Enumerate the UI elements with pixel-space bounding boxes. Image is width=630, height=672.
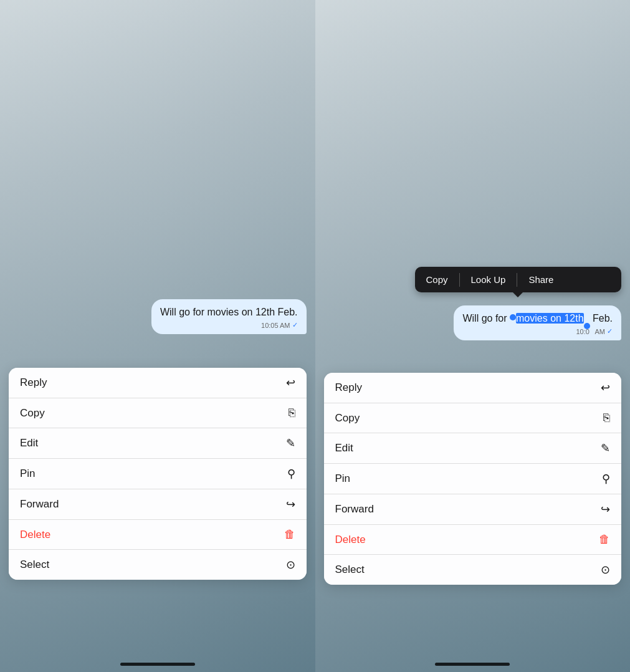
right-message-time: 10:00 AM xyxy=(576,328,606,335)
toolbar-arrow xyxy=(513,292,523,297)
right-copy-icon: ⎘ xyxy=(603,411,610,425)
right-message-meta: 10:00 AM ✓ xyxy=(462,327,613,335)
right-menu-select[interactable]: Select ⊙ xyxy=(324,555,622,585)
toolbar-copy-btn[interactable]: Copy xyxy=(415,271,459,289)
left-reply-label: Reply xyxy=(20,377,47,389)
left-delete-icon: 🗑 xyxy=(284,528,295,541)
left-check-icon: ✓ xyxy=(292,321,298,329)
right-phone-panel: Copy Look Up Share Will go for movies on… xyxy=(315,0,631,672)
right-menu-copy[interactable]: Copy ⎘ xyxy=(324,403,622,433)
left-menu-copy[interactable]: Copy ⎘ xyxy=(9,398,307,428)
right-forward-label: Forward xyxy=(335,503,374,516)
toolbar-lookup-btn[interactable]: Look Up xyxy=(460,271,517,289)
left-reply-icon: ↩ xyxy=(286,376,295,390)
right-pin-label: Pin xyxy=(335,473,351,485)
right-copy-label: Copy xyxy=(335,412,360,425)
right-delete-icon: 🗑 xyxy=(599,533,610,546)
right-menu-reply[interactable]: Reply ↩ xyxy=(324,373,622,403)
left-message-time: 10:05 AM xyxy=(261,322,290,329)
left-pin-icon: ⚲ xyxy=(287,467,295,481)
right-pin-icon: ⚲ xyxy=(602,472,610,486)
right-reply-label: Reply xyxy=(335,382,362,394)
left-copy-icon: ⎘ xyxy=(289,406,295,420)
right-message-area: Will go for movies on 12th Feb. 10:00 AM… xyxy=(315,305,631,340)
right-menu-delete[interactable]: Delete 🗑 xyxy=(324,525,622,555)
left-menu-pin[interactable]: Pin ⚲ xyxy=(9,459,307,489)
right-message-text: Will go for movies on 12th Feb. xyxy=(462,313,613,324)
left-context-menu: Reply ↩ Copy ⎘ Edit ✎ Pin ⚲ Forward ↪ De… xyxy=(9,368,307,580)
right-menu-pin[interactable]: Pin ⚲ xyxy=(324,464,622,494)
right-forward-icon: ↪ xyxy=(601,502,610,516)
right-text-before: Will go for xyxy=(462,313,510,324)
right-check-icon: ✓ xyxy=(607,327,613,335)
text-selection-toolbar: Copy Look Up Share xyxy=(415,267,622,292)
left-select-label: Select xyxy=(20,559,49,571)
right-text-selected: movies on 12th xyxy=(516,313,584,324)
right-message-bubble: Will go for movies on 12th Feb. 10:00 AM… xyxy=(454,305,621,340)
left-copy-label: Copy xyxy=(20,407,45,420)
right-edit-icon: ✎ xyxy=(601,441,610,455)
right-reply-icon: ↩ xyxy=(601,381,610,395)
right-select-label: Select xyxy=(335,564,365,576)
right-edit-label: Edit xyxy=(335,442,353,454)
left-message-meta: 10:05 AM ✓ xyxy=(160,321,298,329)
right-context-menu: Reply ↩ Copy ⎘ Edit ✎ Pin ⚲ Forward ↪ De… xyxy=(324,373,622,585)
left-menu-select[interactable]: Select ⊙ xyxy=(9,550,307,580)
left-select-icon: ⊙ xyxy=(286,558,295,572)
left-message-area: Will go for movies on 12th Feb. 10:05 AM… xyxy=(0,299,315,334)
right-text-after: Feb. xyxy=(590,313,613,324)
right-home-indicator xyxy=(435,663,510,666)
left-pin-label: Pin xyxy=(20,468,36,480)
right-menu-forward[interactable]: Forward ↪ xyxy=(324,494,622,525)
left-edit-icon: ✎ xyxy=(286,436,295,450)
right-select-icon: ⊙ xyxy=(601,563,610,577)
left-edit-label: Edit xyxy=(20,437,38,449)
selection-handle-left xyxy=(510,314,516,320)
right-menu-edit[interactable]: Edit ✎ xyxy=(324,433,622,464)
left-menu-edit[interactable]: Edit ✎ xyxy=(9,428,307,459)
left-forward-label: Forward xyxy=(20,498,59,511)
right-delete-label: Delete xyxy=(335,534,366,546)
left-delete-label: Delete xyxy=(20,529,50,541)
left-phone-panel: Will go for movies on 12th Feb. 10:05 AM… xyxy=(0,0,315,672)
left-home-indicator xyxy=(120,663,195,666)
toolbar-share-btn[interactable]: Share xyxy=(517,271,565,289)
left-menu-forward[interactable]: Forward ↪ xyxy=(9,489,307,520)
left-message-text: Will go for movies on 12th Feb. xyxy=(160,307,298,317)
left-menu-reply[interactable]: Reply ↩ xyxy=(9,368,307,398)
left-forward-icon: ↪ xyxy=(286,497,295,511)
left-message-bubble: Will go for movies on 12th Feb. 10:05 AM… xyxy=(151,299,307,334)
left-menu-delete[interactable]: Delete 🗑 xyxy=(9,520,307,550)
